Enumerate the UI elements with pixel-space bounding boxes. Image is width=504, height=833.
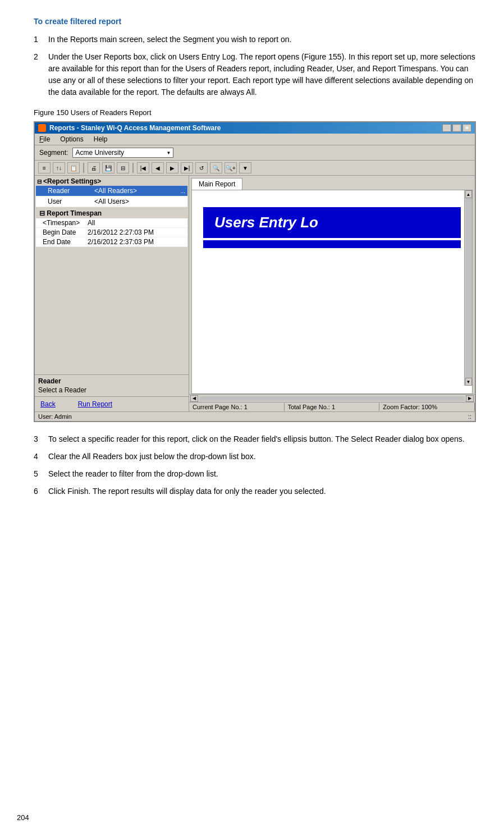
minus-timespan-icon: ⊟	[39, 209, 45, 217]
menu-file[interactable]: File	[37, 135, 52, 144]
window-controls[interactable]: _ □ ✕	[442, 124, 471, 132]
minus-icon: ⊟	[37, 178, 42, 185]
report-banner: Users Entry Lo	[203, 207, 461, 238]
toolbar-nav-first[interactable]: |◀	[137, 162, 149, 173]
segment-value: Acme University	[75, 149, 124, 157]
steps-list-lower: 3 To select a specific reader for this r…	[34, 433, 476, 497]
segment-dropdown-arrow: ▼	[166, 150, 171, 155]
report-tabs: Main Report	[189, 176, 475, 190]
toolbar-btn-nav1[interactable]: ⊟	[117, 162, 129, 173]
toolbar-separator-2	[132, 163, 134, 173]
report-timespan-label: Report Timespan	[47, 209, 102, 217]
minimize-button[interactable]: _	[442, 124, 451, 132]
toolbar-btn-3[interactable]: 📋	[67, 162, 80, 173]
step-1: 1 In the Reports main screen, select the…	[34, 34, 476, 45]
step-5-number: 5	[34, 468, 48, 480]
toolbar-btn-refresh[interactable]: ↺	[195, 162, 208, 173]
reader-ellipsis-btn[interactable]: ...	[180, 188, 186, 194]
step-2-number: 2	[34, 51, 48, 98]
report-view: ▲ ▼ Users Entry Lo	[191, 190, 473, 394]
user-info: User: Admin	[38, 413, 72, 420]
toolbar-btn-extra[interactable]: 🔍+	[224, 162, 237, 173]
menu-options[interactable]: Options	[58, 135, 85, 144]
restore-button[interactable]: □	[452, 124, 461, 132]
menu-help[interactable]: Help	[91, 135, 110, 144]
end-date-value: 2/16/2012 2:37:03 PM	[88, 238, 186, 246]
begin-date-row: Begin Date 2/16/2012 2:27:03 PM	[36, 228, 187, 237]
toolbar-separator-1	[83, 163, 84, 173]
window-titlebar: Reports - Stanley Wi-Q Access Management…	[35, 122, 475, 134]
reader-value: <All Readers>	[92, 186, 180, 195]
toolbar-btn-save[interactable]: 💾	[102, 162, 114, 173]
status-bar: Current Page No.: 1 Total Page No.: 1 Zo…	[189, 402, 475, 411]
step-6-number: 6	[34, 486, 48, 497]
steps-list-upper: 1 In the Reports main screen, select the…	[34, 34, 476, 98]
toolbar-btn-search[interactable]: 🔍	[210, 162, 222, 173]
step-4-number: 4	[34, 451, 48, 463]
toolbar-nav-prev[interactable]: ◀	[152, 162, 164, 173]
step-3-text: To select a specific reader for this rep…	[48, 433, 476, 445]
bottom-buttons: Back Run Report	[35, 396, 189, 411]
timespan-row: <Timespan> All	[36, 218, 187, 228]
section-heading: To create filtered report	[34, 17, 476, 26]
segment-dropdown[interactable]: Acme University ▼	[72, 148, 173, 158]
scroll-right-btn[interactable]: ▶	[466, 395, 474, 402]
report-window: Reports - Stanley Wi-Q Access Management…	[34, 121, 476, 422]
step-6-text: Click Finish. The report results will di…	[48, 486, 476, 497]
scroll-track-v	[465, 198, 472, 378]
reader-section-sub: Select a Reader	[38, 386, 185, 394]
scroll-left-btn[interactable]: ◀	[190, 395, 198, 402]
tree-section: ⊟ <Report Settings> Reader <All Readers>…	[35, 176, 189, 374]
scroll-down-btn[interactable]: ▼	[465, 378, 472, 386]
toolbar-row: ≡ ↑↓ 📋 🖨 💾 ⊟ |◀ ◀ ▶ ▶| ↺ 🔍 🔍+ ▼	[35, 161, 475, 176]
toolbar-nav-next[interactable]: ▶	[166, 162, 178, 173]
step-1-number: 1	[34, 34, 48, 45]
toolbar-btn-2[interactable]: ↑↓	[53, 162, 65, 173]
toolbar-nav-last[interactable]: ▶|	[181, 162, 193, 173]
report-settings-label: <Report Settings>	[43, 177, 101, 185]
report-timespan-header[interactable]: ⊟ Report Timespan	[36, 208, 187, 218]
vertical-scrollbar[interactable]: ▲ ▼	[464, 190, 472, 386]
reader-row: Reader <All Readers> ...	[36, 186, 187, 196]
window-bottom: User: Admin ::	[35, 411, 475, 421]
left-panel: ⊟ <Report Settings> Reader <All Readers>…	[35, 176, 189, 411]
step-2: 2 Under the User Reports box, click on U…	[34, 51, 476, 98]
toolbar-btn-1[interactable]: ≡	[38, 162, 51, 173]
user-label: User	[47, 197, 92, 206]
segment-bar: Segment: Acme University ▼	[35, 145, 475, 161]
segment-label: Segment:	[39, 149, 68, 157]
user-row: User <All Users>	[36, 196, 187, 207]
toolbar-btn-print[interactable]: 🖨	[88, 162, 100, 173]
run-report-button[interactable]: Run Report	[78, 400, 112, 408]
step-2-text: Under the User Reports box, click on Use…	[48, 51, 476, 98]
close-button[interactable]: ✕	[462, 124, 471, 132]
window-title: Reports - Stanley Wi-Q Access Management…	[49, 124, 221, 132]
back-button[interactable]: Back	[40, 400, 56, 408]
report-settings-group[interactable]: ⊟ <Report Settings>	[36, 177, 187, 186]
app-icon	[38, 124, 46, 132]
status-zoom: Zoom Factor: 100%	[379, 403, 475, 411]
scroll-up-btn[interactable]: ▲	[465, 190, 472, 198]
status-current-page: Current Page No.: 1	[189, 403, 285, 411]
end-date-row: End Date 2/16/2012 2:37:03 PM	[36, 237, 187, 247]
step-6: 6 Click Finish. The report results will …	[34, 486, 476, 497]
reader-label: Reader	[47, 186, 92, 195]
timespan-label: <Timespan>	[43, 219, 88, 227]
step-5-text: Select the reader to filter from the dro…	[48, 468, 476, 480]
step-5: 5 Select the reader to filter from the d…	[34, 468, 476, 480]
report-banner-bar	[203, 240, 461, 248]
figure-caption: Figure 150 Users of Readers Report	[34, 108, 476, 117]
step-3: 3 To select a specific reader for this r…	[34, 433, 476, 445]
toolbar-btn-dropdown[interactable]: ▼	[239, 162, 251, 173]
right-panel: Main Report ▲ ▼ Users Entry Lo ◀	[189, 176, 475, 411]
report-title: Users Entry Lo	[214, 214, 318, 231]
tab-main-report[interactable]: Main Report	[191, 178, 242, 190]
begin-date-value: 2/16/2012 2:27:03 PM	[88, 228, 186, 236]
end-date-label: End Date	[43, 238, 88, 246]
titlebar-left: Reports - Stanley Wi-Q Access Management…	[38, 124, 221, 132]
begin-date-label: Begin Date	[43, 228, 88, 236]
scroll-track-h	[199, 396, 465, 401]
resize-handle[interactable]: ::	[468, 413, 471, 420]
horizontal-scrollbar[interactable]: ◀ ▶	[189, 394, 475, 402]
main-content: ⊟ <Report Settings> Reader <All Readers>…	[35, 176, 475, 411]
